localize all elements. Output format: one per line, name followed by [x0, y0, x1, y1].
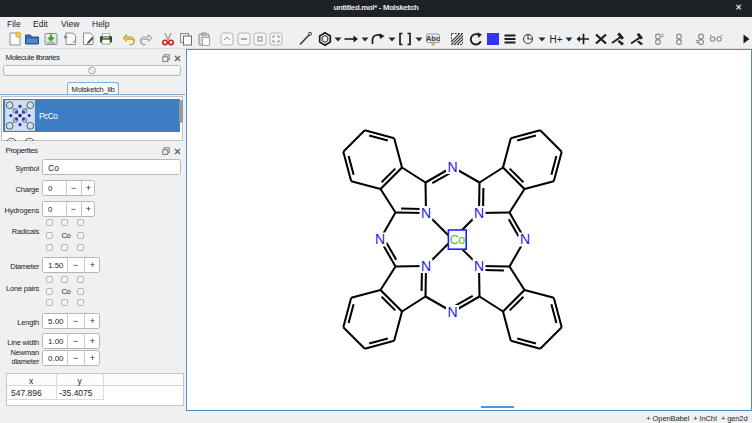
svg-text:Co: Co — [449, 233, 465, 247]
svg-text:N: N — [519, 231, 529, 247]
svg-text:N: N — [447, 158, 457, 174]
svg-text:N: N — [420, 204, 430, 220]
svg-text:N: N — [420, 257, 430, 273]
svg-text:Abc: Abc — [426, 34, 440, 43]
svg-text:N: N — [447, 303, 457, 319]
svg-text:H+: H+ — [549, 34, 562, 45]
svg-text:N: N — [374, 231, 384, 247]
svg-text:N: N — [473, 204, 483, 220]
svg-text:N: N — [473, 257, 483, 273]
